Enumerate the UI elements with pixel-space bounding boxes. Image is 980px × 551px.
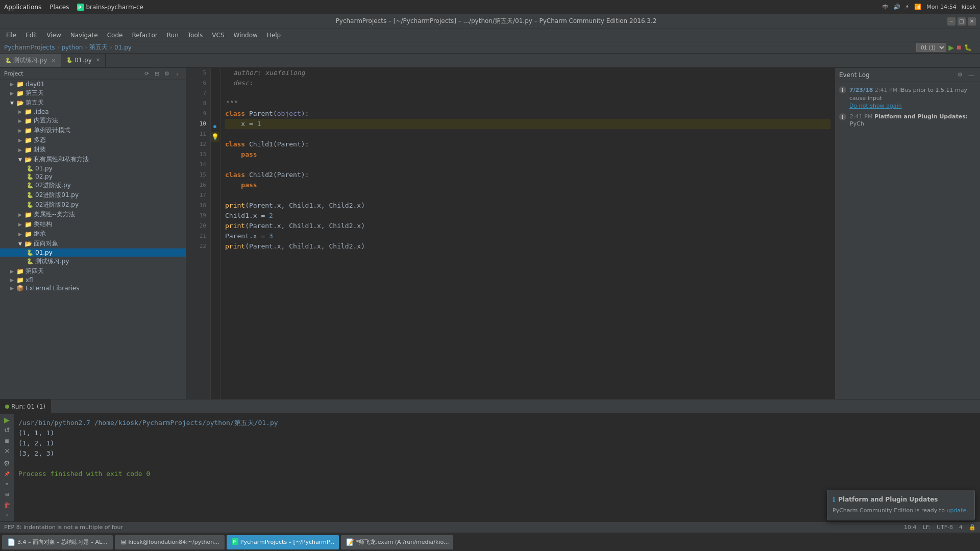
menu-run[interactable]: Run bbox=[163, 31, 183, 40]
tree-label-01py-private: 01.py bbox=[35, 165, 53, 172]
places-menu[interactable]: Places bbox=[50, 4, 69, 11]
run-filter-button[interactable]: ≡ bbox=[2, 480, 13, 488]
tab-file-icon-1: 🐍 bbox=[66, 57, 72, 63]
stop-button[interactable]: ⏹ bbox=[956, 44, 962, 51]
run-expand-button[interactable]: ⊞ bbox=[2, 490, 13, 498]
tree-item-test-py[interactable]: 🐍 测试练习.py bbox=[0, 257, 186, 266]
applications-menu[interactable]: Applications bbox=[4, 4, 41, 11]
encoding-label[interactable]: UTF-8 bbox=[937, 524, 953, 531]
menu-code[interactable]: Code bbox=[103, 31, 127, 40]
run-close-button[interactable]: ✕ bbox=[2, 447, 13, 455]
tree-item-inherit[interactable]: ▶ 📁 继承 bbox=[0, 229, 186, 239]
tree-item-classattr[interactable]: ▶ 📁 类属性--类方法 bbox=[0, 210, 186, 219]
taskbar-item-2[interactable]: P PycharmProjects – [~/PycharmP... bbox=[227, 535, 339, 549]
tree-item-day3[interactable]: ▶ 📁 第三天 bbox=[0, 88, 186, 98]
run-help-button[interactable]: ? bbox=[2, 511, 13, 519]
indent-label[interactable]: 4 bbox=[959, 524, 963, 531]
tree-item-classstruct[interactable]: ▶ 📁 类结构 bbox=[0, 219, 186, 229]
tree-item-idea[interactable]: ▶ 📁 .idea bbox=[0, 108, 186, 116]
code-editor[interactable]: 5 6 7 8 9 10 11 12 13 14 15 16 17 18 19 … bbox=[186, 68, 835, 399]
event-date-0: 7/23/18 bbox=[849, 87, 873, 93]
event-log-settings[interactable]: ⚙ bbox=[955, 70, 965, 80]
maximize-button[interactable]: □ bbox=[958, 17, 966, 26]
run-finish-msg: Process finished with exit code 0 bbox=[18, 469, 976, 479]
tree-item-02adv[interactable]: 🐍 02进阶版.py bbox=[0, 181, 186, 190]
tree-item-01py-private[interactable]: 🐍 01.py bbox=[0, 164, 186, 172]
tree-item-external-libs[interactable]: ▶ 📦 External Libraries bbox=[0, 284, 186, 292]
taskbar-item-3[interactable]: 📝 *师飞龙.exam (A /run/media/kio... bbox=[341, 535, 453, 549]
tree-item-02py[interactable]: 🐍 02.py bbox=[0, 172, 186, 181]
lf-label[interactable]: LF: bbox=[923, 524, 930, 531]
tree-item-encapsulation[interactable]: ▶ 📁 封装 bbox=[0, 145, 186, 155]
popup-link[interactable]: update. bbox=[946, 507, 968, 514]
tab-close-1[interactable]: ✕ bbox=[96, 57, 100, 63]
code-line-21: Parent.x = 3 bbox=[225, 231, 830, 241]
right-panel: Event Log ⚙ — i 7/23/18 2:41 PM IBus pri… bbox=[835, 68, 980, 399]
sidebar-tool-collapse[interactable]: ⊟ bbox=[152, 69, 161, 79]
run-config-area: 01 (1) ▶ ⏹ 🐛 bbox=[916, 43, 972, 52]
tree-item-day5[interactable]: ▼ 📂 第五天 bbox=[0, 98, 186, 108]
tree-item-01py-oop[interactable]: 🐍 01.py bbox=[0, 248, 186, 257]
caret-position[interactable]: 10:4 bbox=[904, 524, 917, 531]
run-config-dropdown[interactable]: 01 (1) bbox=[916, 43, 946, 52]
code-line-16: pass bbox=[225, 180, 830, 190]
menu-help[interactable]: Help bbox=[263, 31, 285, 40]
menu-tools[interactable]: Tools bbox=[184, 31, 207, 40]
tab-0[interactable]: 🐍 测试练习.py ✕ bbox=[0, 54, 61, 67]
menu-refactor[interactable]: Refactor bbox=[128, 31, 161, 40]
close-button[interactable]: ✕ bbox=[968, 17, 976, 26]
breadcrumb-python[interactable]: python bbox=[61, 44, 83, 51]
tree-item-02adv02[interactable]: 🐍 02进阶版02.py bbox=[0, 200, 186, 210]
event-link-0[interactable]: Do not show again bbox=[849, 103, 902, 109]
run-scrolllock-button[interactable]: 📌 bbox=[2, 469, 13, 478]
sidebar-tool-sync[interactable]: ⟳ bbox=[142, 69, 151, 79]
py-icon-01-oop: 🐍 bbox=[27, 249, 34, 256]
code-content[interactable]: author: xuefeilong desc: """ class Paren… bbox=[221, 68, 835, 399]
tree-item-private[interactable]: ▼ 📂 私有属性和私有方法 bbox=[0, 155, 186, 164]
menu-navigate[interactable]: Navigate bbox=[66, 31, 102, 40]
tree-item-builtin[interactable]: ▶ 📁 内置方法 bbox=[0, 116, 186, 126]
bluetooth-icon: ⚡ bbox=[905, 4, 910, 10]
menu-file[interactable]: File bbox=[2, 31, 20, 40]
sidebar-tool-chevron[interactable]: › bbox=[173, 69, 182, 79]
tab-close-0[interactable]: ✕ bbox=[52, 58, 56, 63]
tree-item-02adv01[interactable]: 🐍 02进阶版01.py bbox=[0, 190, 186, 200]
run-rerun-button[interactable]: ↺ bbox=[2, 426, 13, 434]
taskbar-label-2: PycharmProjects – [~/PycharmP... bbox=[240, 539, 334, 545]
tree-item-oop[interactable]: ▼ 📂 面向对象 bbox=[0, 239, 186, 248]
run-tab[interactable]: Run: 01 (1) bbox=[0, 399, 51, 413]
debug-button[interactable]: 🐛 bbox=[964, 44, 972, 51]
popup-body: PyCharm Community Edition is ready to up… bbox=[832, 507, 969, 515]
tab-bar: 🐍 测试练习.py ✕ 🐍 01.py ✕ bbox=[0, 54, 980, 68]
tree-item-singleton[interactable]: ▶ 📁 单例设计模式 bbox=[0, 126, 186, 135]
breadcrumb-file[interactable]: 01.py bbox=[114, 44, 132, 51]
minimize-button[interactable]: ─ bbox=[947, 17, 955, 26]
tree-label-02adv: 02进阶版.py bbox=[35, 181, 71, 190]
event-log-close[interactable]: — bbox=[967, 70, 976, 80]
sidebar-tool-settings[interactable]: ⚙ bbox=[162, 69, 172, 79]
tree-item-day4[interactable]: ▶ 📁 第四天 bbox=[0, 266, 186, 276]
lightbulb-line10[interactable]: 💡 bbox=[211, 132, 219, 142]
breadcrumb-day5[interactable]: 第五天 bbox=[89, 43, 108, 52]
run-button[interactable]: ▶ bbox=[948, 43, 954, 52]
menu-view[interactable]: View bbox=[42, 31, 65, 40]
breakpoint-line9[interactable]: ● bbox=[211, 121, 219, 132]
tree-item-xfl[interactable]: ▶ 📁 xfl bbox=[0, 276, 186, 284]
tab-1[interactable]: 🐍 01.py ✕ bbox=[61, 54, 106, 67]
menu-vcs[interactable]: VCS bbox=[208, 31, 228, 40]
tree-label-builtin: 内置方法 bbox=[34, 116, 58, 125]
menu-window[interactable]: Window bbox=[230, 31, 262, 40]
breadcrumb-project[interactable]: PycharmProjects bbox=[4, 44, 55, 51]
run-settings-button[interactable]: ⚙ bbox=[2, 459, 13, 467]
folder-icon-idea: 📁 bbox=[24, 108, 32, 115]
taskbar-item-1[interactable]: 🖥 kiosk@foundation84:~/python... bbox=[115, 535, 225, 549]
tree-item-day01[interactable]: ▶ 📁 day01 bbox=[0, 80, 186, 88]
taskbar-item-0[interactable]: 📄 3.4 – 面向对象 - 总结练习题 – AL... bbox=[2, 535, 113, 549]
run-clear-button[interactable]: 🗑 bbox=[2, 500, 13, 509]
run-play-button[interactable]: ▶ bbox=[2, 416, 13, 424]
menu-edit[interactable]: Edit bbox=[21, 31, 41, 40]
volume-icon: 🔊 bbox=[893, 4, 900, 10]
run-stop-button[interactable]: ■ bbox=[2, 437, 13, 445]
title-bar: PycharmProjects – [~/PycharmProjects] – … bbox=[0, 14, 980, 29]
tree-item-polymorphism[interactable]: ▶ 📁 多态 bbox=[0, 135, 186, 145]
